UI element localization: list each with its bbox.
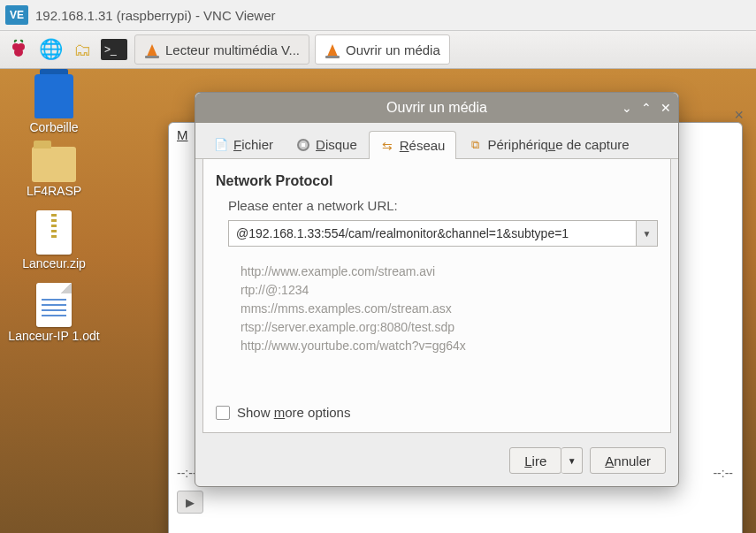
desktop-icons: Corbeille LF4RASP Lanceur.zip Lanceur-IP… [5,74,103,343]
dialog-title: Ouvrir un média [386,100,487,116]
cancel-button[interactable]: Annuler [590,447,666,474]
document-icon [36,283,72,327]
network-icon: ⇆ [380,139,394,153]
desktop-icon-doc[interactable]: Lanceur-IP 1.odt [5,283,103,343]
desktop-icon-trash[interactable]: Corbeille [5,74,103,134]
vlc-menu-hint[interactable]: M [177,127,188,142]
raspberry-menu-icon[interactable] [4,34,34,65]
show-more-checkbox[interactable] [216,406,230,420]
open-media-dialog: Ouvrir un média ⌄ ⌃ ✕ 📄 Fichier Disque ⇆… [195,92,679,487]
example-line: http://www.example.com/stream.avi [241,263,658,281]
zip-icon [36,210,72,255]
terminal-icon[interactable]: >_ [99,34,129,65]
tab-capture[interactable]: ⧉ Périphérique de capture [456,130,640,158]
section-title: Network Protocol [216,173,658,189]
file-manager-icon[interactable]: 🗂 [67,34,97,65]
vlc-cone-icon [325,41,340,58]
disc-icon [296,138,310,152]
example-line: rtsp://server.example.org:8080/test.sdp [241,318,658,337]
url-field-label: Please enter a network URL: [228,198,658,213]
tab-disc[interactable]: Disque [285,130,369,158]
icon-label: Corbeille [29,120,78,134]
vnc-logo: VE [5,5,28,25]
browser-icon[interactable]: 🌐 [35,34,65,65]
tab-label: Fichier [233,137,273,152]
url-examples: http://www.example.com/stream.avi rtp://… [241,263,658,355]
example-line: http://www.yourtube.com/watch?v=gg64x [241,337,658,355]
play-button[interactable]: Lire [509,447,561,474]
desktop: Corbeille LF4RASP Lanceur.zip Lanceur-IP… [0,69,756,533]
vnc-titlebar: VE 192.168.1.31 (raspberrypi) - VNC View… [0,0,756,30]
svg-point-2 [14,48,23,57]
icon-label: LF4RASP [27,184,81,198]
window-minimize-icon[interactable]: ⌄ [622,101,632,115]
window-close-icon[interactable]: ✕ [661,101,671,115]
vnc-title: 192.168.1.31 (raspberrypi) - VNC Viewer [35,8,276,23]
dialog-titlebar[interactable]: Ouvrir un média ⌄ ⌃ ✕ [195,93,678,123]
taskbar-task-vlc-player[interactable]: Lecteur multimédia V... [134,34,309,65]
file-icon: 📄 [214,138,228,152]
desktop-icon-folder[interactable]: LF4RASP [5,147,103,198]
url-history-dropdown[interactable]: ▼ [637,220,658,247]
taskbar-task-open-media[interactable]: Ouvrir un média [315,34,450,65]
show-more-options-row[interactable]: Show more options [216,405,350,420]
vlc-cone-icon [144,41,160,58]
show-more-label: Show more options [237,405,350,420]
tab-label: Réseau [400,138,446,153]
capture-icon: ⧉ [468,138,482,152]
time-total: --:-- [713,466,733,482]
tab-network[interactable]: ⇆ Réseau [369,131,457,159]
dialog-footer: Lire ▼ Annuler [195,440,678,486]
trash-icon [34,74,73,118]
network-url-input[interactable] [228,220,637,247]
example-line: rtp://@:1234 [241,281,658,300]
example-line: mms://mms.examples.com/stream.asx [241,300,658,318]
network-panel: Network Protocol Please enter a network … [202,159,671,433]
icon-label: Lanceur-IP 1.odt [8,329,99,343]
desktop-icon-zip[interactable]: Lanceur.zip [5,210,103,270]
tab-label: Disque [316,137,357,152]
tab-label: Périphérique de capture [487,137,629,152]
tab-file[interactable]: 📄 Fichier [202,130,285,158]
task-label: Lecteur multimédia V... [165,42,300,57]
folder-icon [32,147,76,182]
vlc-window-close-icon[interactable]: × [734,106,744,125]
pi-taskbar: 🌐 🗂 >_ Lecteur multimédia V... Ouvrir un… [0,30,756,69]
window-maximize-icon[interactable]: ⌃ [641,101,652,115]
dialog-tabs: 📄 Fichier Disque ⇆ Réseau ⧉ Périphérique… [195,123,678,159]
task-label: Ouvrir un média [346,42,440,57]
vlc-play-button[interactable]: ▶ [177,491,203,514]
icon-label: Lanceur.zip [22,256,86,270]
play-button-dropdown[interactable]: ▼ [561,447,583,474]
raspberry-icon [8,39,29,60]
